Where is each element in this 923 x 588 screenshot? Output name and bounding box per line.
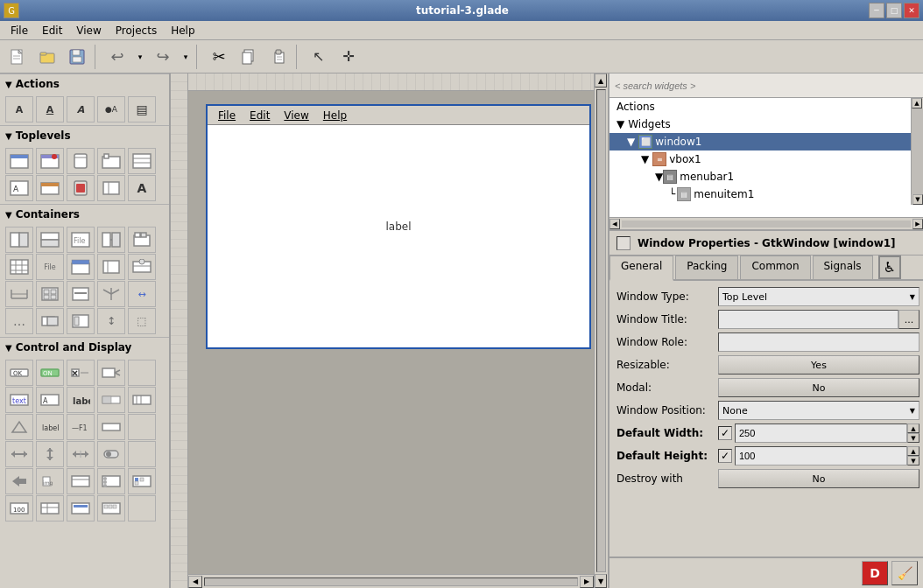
move-button[interactable]: ✛ xyxy=(335,44,363,70)
clear-button[interactable]: 🧹 xyxy=(891,561,918,585)
save-button[interactable] xyxy=(63,44,91,70)
ctrl-icon-8[interactable] xyxy=(97,387,125,413)
toplevel-icon-3[interactable] xyxy=(97,148,125,174)
ctrl-icon-0[interactable]: OK xyxy=(5,360,33,386)
container-icon-3[interactable] xyxy=(97,227,125,253)
scroll-down-btn[interactable]: ▼ xyxy=(595,574,607,588)
menu-file[interactable]: File xyxy=(4,23,35,38)
default-width-up[interactable]: ▲ xyxy=(907,424,919,433)
toplevel-icon-5[interactable]: A xyxy=(5,175,33,201)
h-scrollbar[interactable]: ◀ ▶ xyxy=(188,574,594,588)
container-icon-11[interactable] xyxy=(36,281,64,307)
prop-default-height-input[interactable] xyxy=(735,446,907,466)
prop-destroy-with-btn[interactable]: No xyxy=(718,469,919,488)
ctrl-icon-13[interactable] xyxy=(97,414,125,440)
v-scroll-track[interactable] xyxy=(596,89,606,572)
ctrl-icon-28[interactable] xyxy=(97,495,125,522)
menu-help[interactable]: Help xyxy=(164,23,201,38)
container-icon-6[interactable]: File xyxy=(36,254,64,280)
container-icon-18[interactable]: ↕ xyxy=(97,308,125,334)
canvas-area[interactable]: File Edit View Help label ◀ ▶ xyxy=(188,74,594,588)
default-height-up[interactable]: ▲ xyxy=(907,446,919,456)
ctrl-icon-16[interactable] xyxy=(36,441,64,467)
ctrl-icon-5[interactable]: text xyxy=(5,387,33,413)
container-icon-15[interactable]: … xyxy=(5,308,33,334)
redo-button[interactable]: ↪ xyxy=(149,44,177,70)
tree-row-window1[interactable]: ▼ ⬜ window1 xyxy=(609,133,923,150)
container-icon-14[interactable]: ↔ xyxy=(128,281,156,307)
ctrl-icon-7[interactable]: label xyxy=(67,387,95,413)
tree-scroll-track[interactable] xyxy=(912,108,923,194)
open-button[interactable] xyxy=(33,44,61,70)
cut-button[interactable]: ✂ xyxy=(205,44,233,70)
action-icon-0[interactable]: A xyxy=(5,96,33,122)
container-icon-8[interactable] xyxy=(97,254,125,280)
default-width-down[interactable]: ▼ xyxy=(907,433,919,443)
tree-hscroll-track[interactable] xyxy=(622,220,911,228)
v-scrollbar[interactable]: ▲ ▼ xyxy=(594,74,608,588)
ctrl-icon-29[interactable] xyxy=(128,495,156,522)
container-icon-12[interactable] xyxy=(67,281,95,307)
default-height-down[interactable]: ▼ xyxy=(907,456,919,466)
toplevel-icon-4[interactable] xyxy=(128,148,156,174)
ctrl-icon-25[interactable]: 100 xyxy=(5,495,33,522)
container-icon-13[interactable] xyxy=(97,281,125,307)
toplevel-icon-8[interactable] xyxy=(97,175,125,201)
container-icon-7[interactable] xyxy=(67,254,95,280)
section-control[interactable]: ▼ Control and Display xyxy=(0,337,169,357)
tab-signals[interactable]: Signals xyxy=(813,256,873,279)
tree-actions-header[interactable]: Actions xyxy=(609,98,923,116)
tab-general[interactable]: General xyxy=(609,256,673,281)
section-containers[interactable]: ▼ Containers xyxy=(0,204,169,224)
ctrl-icon-14[interactable] xyxy=(128,414,156,440)
tree-scroll-up[interactable]: ▲ xyxy=(912,98,922,108)
ctrl-icon-19[interactable] xyxy=(128,441,156,467)
prop-window-position-select[interactable]: None ▼ xyxy=(718,401,919,420)
ctrl-icon-3[interactable] xyxy=(97,360,125,386)
ctrl-icon-6[interactable]: A xyxy=(36,387,64,413)
prop-resizable-btn[interactable]: Yes xyxy=(718,355,919,374)
ctrl-icon-27[interactable] xyxy=(67,495,95,522)
maximize-button[interactable]: □ xyxy=(886,3,902,18)
pointer-button[interactable]: ↖ xyxy=(305,44,333,70)
prop-window-type-select[interactable]: Top Level ▼ xyxy=(718,287,919,306)
toplevel-icon-2[interactable] xyxy=(67,148,95,174)
ctrl-icon-2[interactable] xyxy=(67,360,95,386)
container-icon-19[interactable]: ⬚ xyxy=(128,308,156,334)
toplevel-icon-1[interactable] xyxy=(36,148,64,174)
scroll-up-btn[interactable]: ▲ xyxy=(595,74,607,88)
ctrl-icon-23[interactable] xyxy=(97,468,125,494)
ctrl-icon-17[interactable] xyxy=(67,441,95,467)
container-icon-10[interactable] xyxy=(5,281,33,307)
container-icon-4[interactable] xyxy=(128,227,156,253)
ctrl-icon-10[interactable] xyxy=(5,414,33,440)
new-button[interactable] xyxy=(4,44,32,70)
ctrl-icon-24[interactable] xyxy=(128,468,156,494)
ctrl-icon-11[interactable]: label xyxy=(36,414,64,440)
tab-packing[interactable]: Packing xyxy=(675,256,738,279)
glade-window[interactable]: File Edit View Help label xyxy=(206,104,591,349)
tree-scroll-down[interactable]: ▼ xyxy=(912,194,923,205)
tree-row-menuitem1[interactable]: └ ▤ menuitem1 xyxy=(609,186,923,203)
copy-button[interactable] xyxy=(235,44,263,70)
ctrl-icon-12[interactable]: —F1 xyxy=(67,414,95,440)
container-icon-5[interactable] xyxy=(5,254,33,280)
prop-window-title-btn[interactable]: ... xyxy=(898,310,919,329)
ctrl-icon-20[interactable] xyxy=(5,468,33,494)
paste-button[interactable] xyxy=(264,44,292,70)
tree-vscroll[interactable]: ▲ ▼ xyxy=(911,98,923,205)
container-icon-1[interactable] xyxy=(36,227,64,253)
section-actions[interactable]: ▼ Actions xyxy=(0,74,169,94)
prop-window-title-input[interactable] xyxy=(718,310,898,329)
section-toplevels[interactable]: ▼ Toplevels xyxy=(0,125,169,145)
search-input[interactable] xyxy=(615,80,918,91)
undo-button[interactable]: ↩ xyxy=(103,44,131,70)
tree-row-vbox1[interactable]: ▼ ≡ vbox1 xyxy=(609,150,923,168)
toplevel-icon-6[interactable] xyxy=(36,175,64,201)
action-icon-3[interactable]: ●A xyxy=(97,96,125,122)
container-icon-2[interactable]: File xyxy=(67,227,95,253)
default-height-check[interactable]: ✓ xyxy=(718,449,732,463)
container-icon-9[interactable] xyxy=(128,254,156,280)
menu-view[interactable]: View xyxy=(69,23,108,38)
tree-hscroll[interactable]: ◀ ▶ xyxy=(609,217,923,229)
